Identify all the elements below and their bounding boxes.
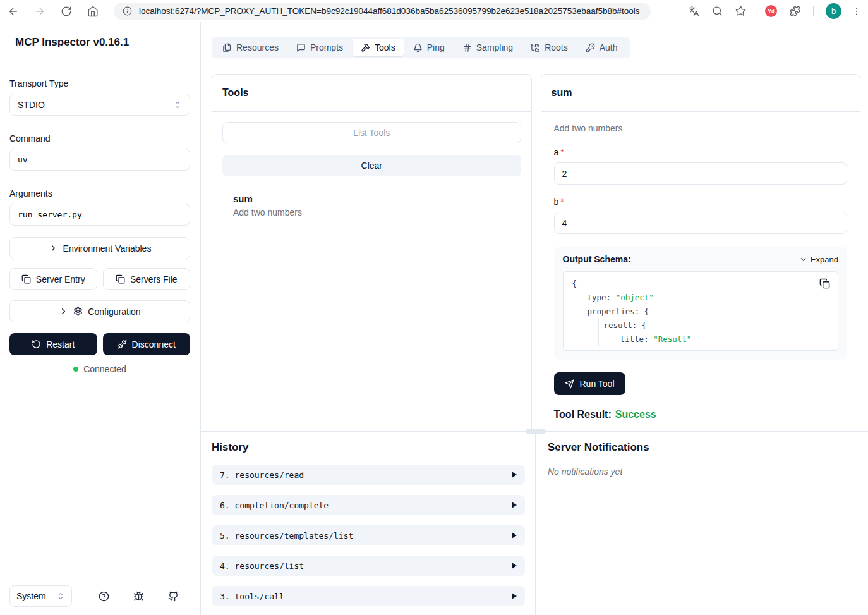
sidebar-footer: System	[0, 585, 200, 615]
tab-prompts[interactable]: Prompts	[288, 39, 351, 56]
extensions-puzzle-icon[interactable]	[790, 6, 800, 16]
bookmark-star-icon[interactable]	[735, 6, 746, 16]
tab-sampling[interactable]: Sampling	[454, 39, 521, 56]
configuration-button[interactable]: Configuration	[9, 300, 190, 322]
chevron-right-icon	[59, 307, 68, 316]
expand-arrow-icon	[512, 502, 517, 508]
history-item[interactable]: 5. resources/templates/list	[212, 525, 525, 545]
toolbar-actions: Yd b	[676, 3, 862, 19]
toolbar-separator	[813, 6, 814, 16]
server-entry-button[interactable]: Server Entry	[9, 268, 97, 290]
arguments-input[interactable]	[9, 204, 190, 226]
history-item[interactable]: 4. resources/list	[212, 556, 525, 576]
bug-icon[interactable]	[133, 591, 144, 602]
main-panel: Resources Prompts Tools Ping Sampling	[201, 22, 868, 431]
expand-arrow-icon	[512, 563, 517, 569]
back-icon[interactable]	[8, 6, 19, 17]
address-bar[interactable]: localhost:6274/?MCP_PROXY_AUTH_TOKEN=b9c…	[114, 3, 651, 20]
home-icon[interactable]	[87, 6, 99, 17]
param-a-label: a*	[554, 147, 848, 157]
code-line: type: "object"	[571, 291, 831, 305]
hammer-icon	[361, 43, 370, 52]
tool-detail-title: sum	[541, 75, 860, 112]
browser-toolbar: localhost:6274/?MCP_PROXY_AUTH_TOKEN=b9c…	[0, 0, 868, 22]
indent-guide	[582, 291, 582, 346]
chevrons-up-down-icon	[56, 592, 65, 600]
transport-type-select[interactable]: STDIO	[9, 94, 190, 116]
sidebar: MCP Inspector v0.16.1 Transport Type STD…	[0, 22, 201, 615]
panel-splitter[interactable]	[201, 431, 868, 432]
tool-list-item-sum[interactable]: sum Add two numbers	[222, 193, 521, 217]
tool-detail-description: Add two numbers	[554, 123, 848, 133]
history-item[interactable]: 6. completion/complete	[212, 495, 525, 515]
copy-icon	[21, 274, 31, 284]
run-tool-button[interactable]: Run Tool	[554, 372, 625, 395]
param-a-input[interactable]	[554, 162, 848, 185]
help-icon[interactable]	[99, 591, 109, 602]
tab-auth[interactable]: Auth	[577, 39, 626, 56]
transport-type-label: Transport Type	[9, 78, 190, 88]
expand-arrow-icon	[512, 472, 517, 478]
command-input[interactable]	[9, 149, 190, 171]
history-item[interactable]: 3. tools/call	[212, 586, 525, 606]
param-b-label: b*	[554, 197, 848, 207]
copy-icon	[116, 274, 125, 284]
copy-schema-icon[interactable]	[819, 278, 830, 289]
tab-ping[interactable]: Ping	[405, 39, 453, 56]
tools-card-title: Tools	[212, 75, 531, 112]
github-icon[interactable]	[168, 591, 179, 602]
send-icon	[565, 379, 574, 389]
restart-icon	[32, 339, 41, 349]
reload-icon[interactable]	[61, 6, 72, 17]
status-dot	[73, 367, 78, 372]
site-info-icon[interactable]	[123, 6, 132, 16]
tab-roots[interactable]: Roots	[522, 39, 576, 56]
notifications-empty-message: No notifications yet	[548, 466, 868, 477]
list-tools-button[interactable]: List Tools	[222, 122, 521, 143]
expand-toggle[interactable]: Expand	[799, 255, 838, 264]
files-icon	[222, 43, 232, 52]
param-b-input[interactable]	[554, 212, 848, 234]
forward-icon[interactable]	[34, 6, 45, 17]
bell-icon	[413, 43, 423, 52]
code-line: {	[571, 277, 831, 291]
code-line: title: "Result"	[571, 332, 831, 346]
required-mark: *	[560, 147, 564, 157]
clear-button[interactable]: Clear	[222, 155, 521, 176]
restart-button[interactable]: Restart	[9, 333, 97, 355]
expand-arrow-icon	[512, 532, 517, 539]
theme-select[interactable]: System	[9, 585, 72, 607]
history-item[interactable]: 7. resources/read	[212, 465, 525, 485]
expand-arrow-icon	[512, 593, 517, 599]
command-label: Command	[9, 133, 190, 143]
output-schema-label: Output Schema:	[563, 254, 631, 264]
tab-tools[interactable]: Tools	[353, 39, 404, 56]
schema-code-block: { type: "object" properties: { result: {…	[563, 271, 839, 351]
disconnect-button[interactable]: Disconnect	[103, 333, 191, 355]
environment-variables-button[interactable]: Environment Variables	[9, 237, 190, 259]
indent-guide	[598, 319, 599, 346]
splitter-handle[interactable]	[526, 429, 546, 434]
theme-value: System	[16, 591, 46, 601]
profile-avatar[interactable]: b	[826, 3, 841, 19]
required-mark: *	[560, 197, 564, 207]
gear-icon	[73, 307, 83, 316]
url-text[interactable]: localhost:6274/?MCP_PROXY_AUTH_TOKEN=b9c…	[139, 6, 640, 16]
servers-file-button[interactable]: Servers File	[103, 268, 191, 290]
message-square-icon	[296, 43, 306, 52]
folder-tree-icon	[531, 43, 540, 52]
arguments-label: Arguments	[9, 188, 190, 198]
tool-result-label: Tool Result:	[554, 409, 612, 420]
tool-detail-card: sum Add two numbers a* b*	[541, 74, 861, 431]
extension-badge[interactable]: Yd	[765, 5, 777, 17]
zoom-search-icon[interactable]	[712, 6, 723, 16]
history-title: History	[212, 441, 525, 454]
code-line: result: {	[571, 319, 831, 332]
chevron-down-icon	[799, 255, 807, 264]
chevrons-up-down-icon	[173, 100, 182, 109]
server-notifications-title: Server Notifications	[548, 441, 868, 454]
tab-resources[interactable]: Resources	[214, 39, 287, 56]
key-icon	[586, 43, 595, 52]
translate-icon[interactable]	[689, 6, 699, 16]
browser-menu-icon[interactable]	[852, 6, 862, 16]
